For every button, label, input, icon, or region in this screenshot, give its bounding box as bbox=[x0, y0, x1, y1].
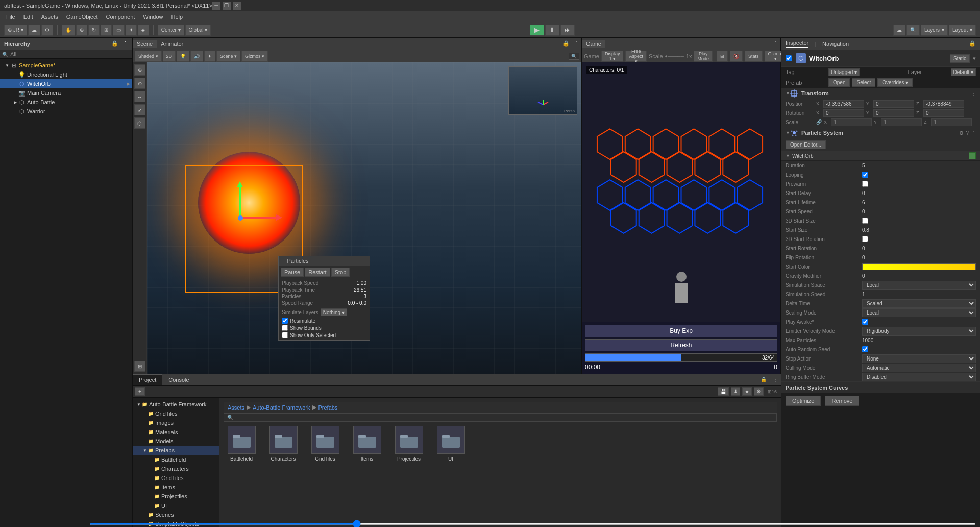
tree-item-materials[interactable]: 📁 Materials bbox=[133, 427, 219, 437]
obj-active-checkbox[interactable] bbox=[786, 55, 792, 61]
h-item-samplescene[interactable]: ▼ ⊞ SampleGame* ⋮ bbox=[0, 61, 132, 70]
restore-button[interactable]: ❐ bbox=[223, 2, 231, 10]
project-menu-icon[interactable]: ⋮ bbox=[770, 377, 781, 382]
rot-z-input[interactable] bbox=[923, 109, 964, 117]
asset-gridtiles[interactable]: GridTiles bbox=[307, 426, 343, 462]
asset-search-box[interactable]: 🔍 bbox=[224, 413, 777, 422]
scene-tool-1[interactable]: ⊕ bbox=[134, 64, 145, 76]
tab-animator[interactable]: Animator bbox=[157, 40, 187, 48]
tab-console[interactable]: Console bbox=[162, 375, 195, 385]
remove-button[interactable]: Remove bbox=[825, 396, 859, 406]
global-button[interactable]: Global ▾ bbox=[185, 25, 211, 36]
save-button[interactable]: 💾 bbox=[718, 387, 729, 396]
resimulate-checkbox[interactable] bbox=[282, 318, 288, 324]
ps-looping-checkbox[interactable] bbox=[862, 172, 868, 178]
ps-ringbuffer-dropdown[interactable]: Disabled bbox=[862, 373, 976, 381]
import-button[interactable]: ⬇ bbox=[731, 387, 740, 396]
game-view[interactable]: Characters: 0/1 bbox=[582, 62, 780, 374]
layout-dropdown[interactable]: Layout ▾ bbox=[949, 25, 976, 36]
ps-scalingmode-dropdown[interactable]: Local bbox=[862, 308, 976, 317]
asset-battlefield[interactable]: Battlefield bbox=[224, 426, 259, 462]
asset-projectiles[interactable]: Projectiles bbox=[391, 426, 427, 462]
ps-section-header[interactable]: ▼ Particle System ⚙ ? ⋮ bbox=[781, 127, 980, 138]
h-item-directionallight[interactable]: 💡 Directional Light bbox=[0, 70, 132, 79]
ps-cullingmode-dropdown[interactable]: Automatic bbox=[862, 364, 976, 372]
scene-light-btn[interactable]: 💡 bbox=[177, 51, 189, 62]
display-dropdown[interactable]: Display 1 ▾ bbox=[601, 51, 624, 62]
h-item-witchorb[interactable]: ⬡ WitchOrb ▶ bbox=[0, 79, 132, 88]
tab-game[interactable]: Game bbox=[582, 40, 605, 48]
ps-help-icon[interactable]: ? bbox=[966, 130, 969, 136]
ps-playawake-checkbox[interactable] bbox=[862, 319, 868, 325]
buy-exp-button[interactable]: Buy Exp bbox=[585, 325, 777, 337]
navigation-tab[interactable]: Navigation bbox=[822, 41, 849, 47]
scale-z-input[interactable] bbox=[931, 118, 972, 126]
transform-tool[interactable]: ✦ bbox=[126, 25, 137, 36]
rot-y-input[interactable] bbox=[873, 109, 914, 117]
close-button[interactable]: ✕ bbox=[233, 2, 241, 10]
layer-dropdown[interactable]: Default ▾ bbox=[951, 68, 976, 76]
scale-y-input[interactable] bbox=[881, 118, 922, 126]
simulate-layers-dropdown[interactable]: Nothing ▾ bbox=[321, 308, 347, 316]
h-menu-icon[interactable]: ⋮ bbox=[126, 63, 130, 68]
zoom-slider[interactable] bbox=[219, 523, 781, 525]
settings-button[interactable]: ⚙ bbox=[41, 25, 53, 36]
tree-item-models[interactable]: 📁 Models bbox=[133, 437, 219, 446]
open-button[interactable]: Open bbox=[828, 78, 850, 87]
ps-simulationspace-dropdown[interactable]: Local bbox=[862, 281, 976, 290]
menu-window[interactable]: Window bbox=[139, 13, 167, 21]
inspector-lock-icon[interactable]: 🔒 bbox=[969, 40, 976, 47]
step-button[interactable]: ⏭ bbox=[560, 25, 575, 36]
ps-expand-arrow[interactable]: ▼ bbox=[786, 153, 790, 158]
asset-ui[interactable]: UI bbox=[433, 426, 469, 462]
transform-menu-icon[interactable]: ⋮ bbox=[971, 91, 976, 97]
transform-header[interactable]: ▼ Transform ⋮ bbox=[781, 88, 980, 99]
tree-item-projectiles[interactable]: 📁 Projectiles bbox=[133, 492, 219, 501]
star-button[interactable]: ★ bbox=[742, 387, 752, 396]
breadcrumb-assets[interactable]: Assets bbox=[228, 404, 244, 411]
tree-item-gridtiles[interactable]: 📁 GridTiles bbox=[133, 409, 219, 418]
breadcrumb-prefabs[interactable]: Prefabs bbox=[318, 404, 338, 411]
scene-2d-btn[interactable]: 2D bbox=[163, 51, 176, 62]
pause-button[interactable]: Pause bbox=[281, 268, 304, 277]
collab-button[interactable]: ☁ bbox=[893, 25, 905, 36]
layers-dropdown[interactable]: Layers ▾ bbox=[921, 25, 948, 36]
hierarchy-lock-icon[interactable]: 🔒 bbox=[111, 40, 118, 47]
refresh-button[interactable]: Refresh bbox=[585, 339, 777, 351]
tree-item-prefabs[interactable]: ▼ 📁 Prefabs bbox=[133, 446, 219, 455]
hierarchy-menu-icon[interactable]: ⋮ bbox=[122, 40, 128, 47]
ps-3dstartsize-checkbox[interactable] bbox=[862, 218, 868, 224]
ps-deltatime-dropdown[interactable]: Scaled bbox=[862, 299, 976, 308]
optimize-button[interactable]: Optimize bbox=[786, 396, 821, 406]
custom-tool[interactable]: ◈ bbox=[138, 25, 149, 36]
h-item-autobattle[interactable]: ▶ ⬡ Auto-Battle bbox=[0, 98, 132, 107]
scene-shading-btn[interactable]: Shaded ▾ bbox=[135, 51, 162, 62]
asset-items[interactable]: Items bbox=[349, 426, 385, 462]
pos-y-input[interactable] bbox=[873, 100, 914, 108]
aspect-dropdown[interactable]: Free Aspect ▾ bbox=[625, 51, 647, 62]
pos-x-input[interactable] bbox=[823, 100, 864, 108]
tree-item-scenes[interactable]: 📁 Scenes bbox=[133, 510, 219, 519]
tab-scene[interactable]: Scene bbox=[133, 40, 157, 48]
tree-item-images[interactable]: 📁 Images bbox=[133, 418, 219, 427]
menu-component[interactable]: Component bbox=[102, 13, 139, 21]
rotate-tool[interactable]: ↻ bbox=[88, 25, 100, 36]
static-dropdown-arrow[interactable]: ▾ bbox=[973, 55, 976, 62]
pos-z-input[interactable] bbox=[923, 100, 964, 108]
scene-tool-6[interactable]: ⊞ bbox=[134, 361, 145, 372]
show-bounds-checkbox[interactable] bbox=[282, 325, 288, 331]
rot-x-input[interactable] bbox=[823, 109, 864, 117]
play-mode-button[interactable]: Play Mode bbox=[694, 51, 713, 62]
stop-button[interactable]: Stop bbox=[331, 268, 350, 277]
tree-item-ui[interactable]: 📁 UI bbox=[133, 501, 219, 510]
scene-fx-btn[interactable]: ✦ bbox=[204, 51, 215, 62]
account-button[interactable]: ⊕ JR ▾ bbox=[4, 25, 27, 36]
ps-3dstartrotation-checkbox[interactable] bbox=[862, 236, 868, 242]
show-only-selected-checkbox[interactable] bbox=[282, 332, 288, 338]
tree-item-gridtiles2[interactable]: 📁 GridTiles bbox=[133, 473, 219, 483]
select-button[interactable]: Select bbox=[852, 78, 875, 87]
pivot-button[interactable]: Center ▾ bbox=[158, 25, 184, 36]
cloud-button[interactable]: ☁ bbox=[28, 25, 40, 36]
tree-item-characters[interactable]: 📁 Characters bbox=[133, 464, 219, 473]
menu-gameobject[interactable]: GameObject bbox=[62, 13, 102, 21]
